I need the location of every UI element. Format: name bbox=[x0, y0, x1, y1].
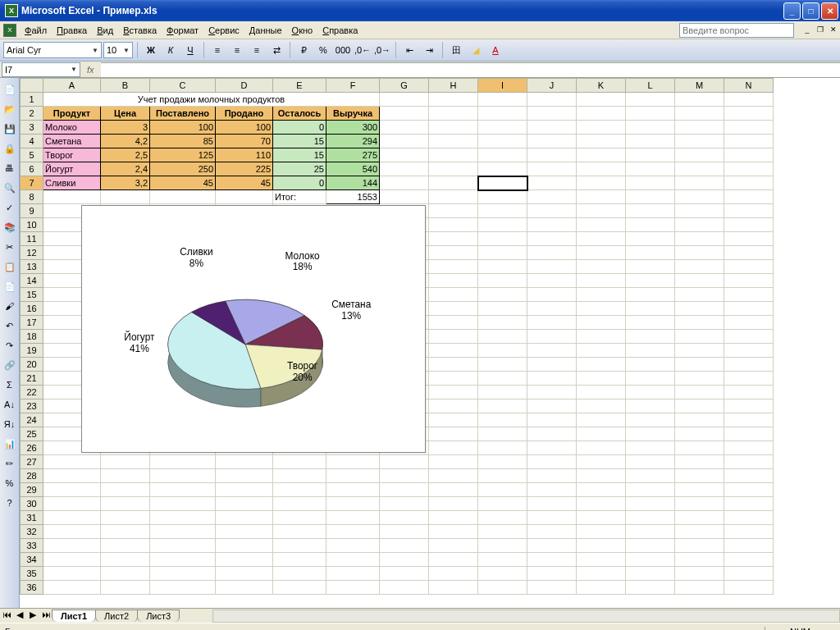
cell-N25[interactable] bbox=[724, 427, 774, 441]
row-header-3[interactable]: 3 bbox=[21, 121, 43, 135]
cell-B30[interactable] bbox=[101, 497, 150, 511]
cell-E35[interactable] bbox=[273, 567, 326, 581]
cell-L8[interactable] bbox=[626, 190, 675, 204]
cell-L20[interactable] bbox=[626, 358, 675, 372]
cell-M10[interactable] bbox=[675, 218, 724, 232]
cell-D34[interactable] bbox=[216, 553, 273, 567]
cell-J28[interactable] bbox=[527, 469, 577, 483]
cell-K9[interactable] bbox=[577, 204, 626, 218]
cell-J5[interactable] bbox=[527, 148, 577, 162]
cell-N33[interactable] bbox=[724, 539, 774, 553]
cell-M36[interactable] bbox=[675, 581, 724, 595]
chart-wizard-icon[interactable]: 📊 bbox=[2, 436, 18, 452]
cell-L11[interactable] bbox=[626, 232, 675, 246]
cell-N32[interactable] bbox=[724, 525, 774, 539]
cell-J33[interactable] bbox=[527, 539, 577, 553]
format-painter-icon[interactable]: 🖌 bbox=[2, 298, 18, 314]
cell-M24[interactable] bbox=[675, 413, 724, 427]
cell-K23[interactable] bbox=[577, 399, 626, 413]
horizontal-scrollbar[interactable] bbox=[212, 609, 840, 623]
cell-N7[interactable] bbox=[724, 176, 774, 190]
cell-L33[interactable] bbox=[626, 539, 675, 553]
cell-F32[interactable] bbox=[326, 525, 380, 539]
cell-L26[interactable] bbox=[626, 441, 675, 455]
cell-I33[interactable] bbox=[478, 539, 527, 553]
cell-C2[interactable]: Поставлено bbox=[150, 107, 216, 121]
cell-N8[interactable] bbox=[724, 190, 774, 204]
cell-M33[interactable] bbox=[675, 539, 724, 553]
cell-H22[interactable] bbox=[429, 386, 478, 399]
cell-L24[interactable] bbox=[626, 413, 675, 427]
cell-I7[interactable] bbox=[478, 176, 527, 190]
cell-J11[interactable] bbox=[527, 232, 577, 246]
cell-K1[interactable] bbox=[577, 93, 626, 107]
col-header-A[interactable]: A bbox=[43, 79, 101, 93]
col-header-L[interactable]: L bbox=[626, 79, 675, 93]
cell-K28[interactable] bbox=[577, 469, 626, 483]
cell-J13[interactable] bbox=[527, 260, 577, 274]
cell-N11[interactable] bbox=[724, 232, 774, 246]
col-header-F[interactable]: F bbox=[326, 79, 380, 93]
cell-K12[interactable] bbox=[577, 246, 626, 260]
increase-indent-button[interactable]: ⇥ bbox=[420, 41, 438, 59]
cell-E32[interactable] bbox=[273, 525, 326, 539]
cell-M19[interactable] bbox=[675, 344, 724, 358]
align-right-button[interactable]: ≡ bbox=[248, 41, 266, 59]
cell-I35[interactable] bbox=[478, 567, 527, 581]
cell-J2[interactable] bbox=[527, 107, 577, 121]
cell-J4[interactable] bbox=[527, 135, 577, 148]
help-question-input[interactable] bbox=[679, 23, 794, 38]
col-header-M[interactable]: M bbox=[675, 79, 724, 93]
cell-L2[interactable] bbox=[626, 107, 675, 121]
cell-J34[interactable] bbox=[527, 553, 577, 567]
align-left-button[interactable]: ≡ bbox=[208, 41, 226, 59]
fx-icon[interactable]: fx bbox=[87, 65, 94, 75]
cell-L9[interactable] bbox=[626, 204, 675, 218]
cell-B5[interactable]: 2,5 bbox=[101, 148, 150, 162]
cell-K3[interactable] bbox=[577, 121, 626, 135]
cell-I17[interactable] bbox=[478, 316, 527, 330]
cell-E28[interactable] bbox=[273, 469, 326, 483]
cell-C36[interactable] bbox=[150, 581, 216, 595]
cell-N24[interactable] bbox=[724, 413, 774, 427]
cell-J36[interactable] bbox=[527, 581, 577, 595]
cell-K19[interactable] bbox=[577, 344, 626, 358]
cell-D31[interactable] bbox=[216, 511, 273, 525]
cell-A28[interactable] bbox=[43, 469, 101, 483]
cell-I25[interactable] bbox=[478, 427, 527, 441]
row-header-5[interactable]: 5 bbox=[21, 148, 43, 162]
cell-M1[interactable] bbox=[675, 93, 724, 107]
cell-K18[interactable] bbox=[577, 330, 626, 344]
cell-D7[interactable]: 45 bbox=[216, 176, 273, 190]
cell-A2[interactable]: Продукт bbox=[43, 107, 101, 121]
cell-K16[interactable] bbox=[577, 302, 626, 316]
row-header-29[interactable]: 29 bbox=[21, 483, 43, 497]
cell-H1[interactable] bbox=[429, 93, 478, 107]
row-header-24[interactable]: 24 bbox=[21, 413, 43, 427]
cell-H5[interactable] bbox=[429, 148, 478, 162]
cell-J26[interactable] bbox=[527, 441, 577, 455]
row-header-15[interactable]: 15 bbox=[21, 288, 43, 302]
cell-H29[interactable] bbox=[429, 483, 478, 497]
cell-C6[interactable]: 250 bbox=[150, 162, 216, 176]
cell-D36[interactable] bbox=[216, 581, 273, 595]
bold-button[interactable]: Ж bbox=[142, 41, 160, 59]
cell-L22[interactable] bbox=[626, 386, 675, 399]
cell-L1[interactable] bbox=[626, 93, 675, 107]
cell-I1[interactable] bbox=[478, 93, 527, 107]
row-header-28[interactable]: 28 bbox=[21, 469, 43, 483]
cell-M27[interactable] bbox=[675, 455, 724, 469]
cell-L19[interactable] bbox=[626, 344, 675, 358]
cell-D5[interactable]: 110 bbox=[216, 148, 273, 162]
cell-F7[interactable]: 144 bbox=[326, 176, 380, 190]
cell-N2[interactable] bbox=[724, 107, 774, 121]
cell-N16[interactable] bbox=[724, 302, 774, 316]
row-header-32[interactable]: 32 bbox=[21, 525, 43, 539]
cell-A36[interactable] bbox=[43, 581, 101, 595]
cell-K29[interactable] bbox=[577, 483, 626, 497]
row-header-23[interactable]: 23 bbox=[21, 399, 43, 413]
cell-D35[interactable] bbox=[216, 567, 273, 581]
cell-H28[interactable] bbox=[429, 469, 478, 483]
cell-A4[interactable]: Сметана bbox=[43, 135, 101, 148]
cell-D4[interactable]: 70 bbox=[216, 135, 273, 148]
